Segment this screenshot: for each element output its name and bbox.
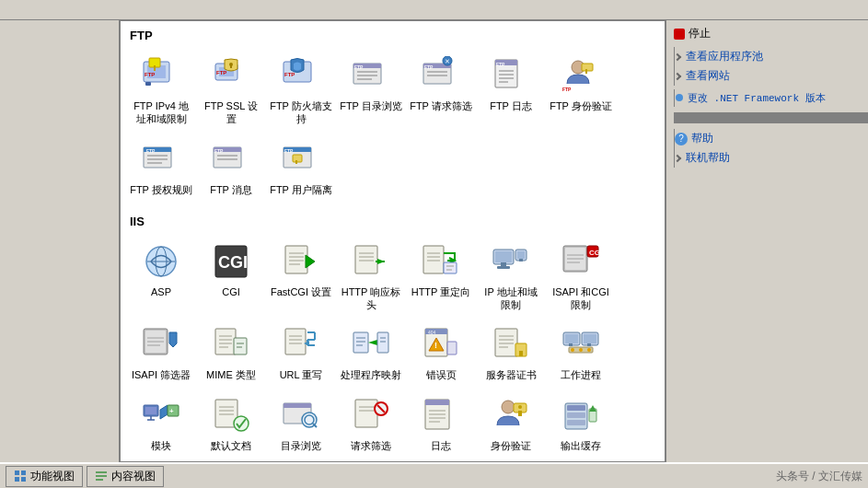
ftp-reqfilter-item[interactable]: ✕ FTP FTP 请求筛选 (408, 50, 474, 130)
http-redirect-icon-box (419, 239, 463, 284)
svg-rect-132 (569, 343, 573, 346)
arrow-icon-2 (674, 72, 681, 79)
isapi-cgi-label: ISAPI 和CGI 限制 (550, 285, 612, 312)
help-action[interactable]: ? 帮助 (674, 129, 868, 148)
isapi-filter-item[interactable]: ISAPI 筛选器 (128, 319, 194, 385)
worker-label: 工作进程 (561, 368, 601, 381)
log-iis-item[interactable]: 日志 (408, 389, 474, 456)
func-view-icon (14, 470, 27, 482)
auth-icon-box (489, 393, 533, 437)
svg-point-168 (518, 405, 522, 409)
svg-rect-150 (284, 403, 311, 408)
svg-rect-70 (423, 246, 444, 273)
content-view-tab[interactable]: 内容视图 (87, 466, 164, 487)
mime-icon-box (209, 322, 253, 366)
output-cache-item[interactable]: 输出缓存 (548, 389, 614, 456)
fastcgi-item[interactable]: FastCGI 设置 (268, 236, 334, 316)
asp-label: ASP (151, 285, 171, 298)
ftp-ipv4-item[interactable]: FTP FTP IPv4 地址和域限制 (128, 50, 194, 130)
ftp-ssl-icon: FTP (212, 56, 250, 95)
isapi-cgi-item[interactable]: CGI ISAPI 和CGI 限制 (548, 236, 614, 316)
svg-rect-58 (285, 246, 307, 273)
asp-icon-box (139, 239, 183, 284)
svg-rect-80 (497, 266, 510, 269)
worker-item[interactable]: 工作进程 (548, 319, 614, 385)
cert-item[interactable]: 服务器证书 (478, 319, 544, 385)
req-filter-icon (352, 396, 390, 435)
http-headers-icon (352, 242, 390, 281)
svg-rect-172 (567, 420, 585, 425)
svg-rect-135 (587, 343, 591, 346)
top-bar (0, 0, 868, 20)
asp-item[interactable]: ASP (128, 236, 194, 316)
ftp-iso-item[interactable]: FTP FTP 用户隔离 (268, 134, 334, 200)
cgi-item[interactable]: CGI CGI (198, 236, 264, 316)
url-rewrite-icon (282, 325, 320, 364)
isapi-filter-icon-box (139, 322, 183, 366)
url-rewrite-item[interactable]: URL 重写 (268, 319, 334, 385)
module-icon: + (142, 396, 180, 435)
ftp-perm-icon: FTP (142, 140, 180, 179)
handler-item[interactable]: 处理程序映射 (338, 319, 404, 385)
error-icon: 404 ! (422, 325, 460, 364)
ftp-ssl-icon-box: FTP (209, 53, 253, 98)
ftp-ssl-item[interactable]: FTP FTP SSL 设置 (198, 50, 264, 130)
ftp-log-icon-box: FTP (489, 53, 533, 98)
svg-text:FTP: FTP (354, 64, 364, 70)
svg-rect-105 (285, 329, 306, 354)
svg-text:CGI: CGI (589, 249, 600, 257)
default-doc-label: 默认文档 (211, 439, 251, 452)
ftp-ipv4-label: FTP IPv4 地址和域限制 (130, 99, 192, 126)
worker-icon (561, 325, 600, 364)
main-container: FTP FTP FTP IPv4 地址和域限制 (0, 20, 868, 462)
error-item[interactable]: 404 ! 错误页 (408, 319, 474, 385)
auth-label: 身份验证 (491, 439, 531, 452)
svg-rect-184 (96, 479, 103, 481)
default-doc-icon-box (209, 393, 253, 437)
svg-rect-35 (585, 69, 587, 74)
ftp-log-item[interactable]: FTP FTP 日志 (478, 50, 544, 130)
handler-label: 处理程序映射 (341, 368, 401, 381)
svg-rect-114 (377, 332, 388, 353)
svg-point-177 (676, 94, 683, 101)
default-doc-item[interactable]: 默认文档 (198, 389, 264, 456)
url-rewrite-label: URL 重写 (280, 368, 323, 381)
ftp-reqfilter-icon-box: ✕ FTP (419, 53, 463, 98)
svg-rect-180 (15, 477, 19, 482)
ftp-msg-item[interactable]: FTP FTP 消息 (198, 134, 264, 200)
svg-text:CGI: CGI (218, 253, 248, 272)
isapi-cgi-icon-box: CGI (559, 239, 603, 284)
ftp-perm-item[interactable]: FTP FTP 授权规则 (128, 134, 194, 200)
mime-item[interactable]: MIME 类型 (198, 319, 264, 385)
right-divider (674, 112, 868, 123)
log-iis-icon (422, 396, 460, 435)
func-view-tab[interactable]: 功能视图 (6, 466, 83, 487)
dir-browse-item[interactable]: 目录浏览 (268, 389, 334, 456)
stop-action[interactable]: 停止 (674, 26, 861, 41)
ftp-dirbrowse-item[interactable]: FTP FTP 目录浏览 (338, 50, 404, 130)
content-view-icon (95, 470, 108, 482)
svg-marker-93 (169, 332, 177, 347)
ftp-msg-icon: FTP (212, 140, 250, 179)
ftp-auth-icon: FTP (561, 56, 600, 95)
ftp-iso-label: FTP 用户隔离 (270, 183, 332, 196)
isapi-filter-label: ISAPI 筛选器 (132, 368, 191, 381)
iis-section-header: IIS (121, 207, 665, 232)
app-pool-action[interactable]: 查看应用程序池 (674, 47, 868, 66)
net-framework-action[interactable]: 更改 .NET Framework 版本 (674, 89, 868, 107)
module-item[interactable]: + 模块 (128, 389, 194, 456)
contact-help-action[interactable]: 联机帮助 (674, 148, 868, 168)
http-headers-item[interactable]: HTTP 响应标头 (338, 236, 404, 316)
ftp-auth-item[interactable]: FTP FTP 身份验证 (548, 50, 614, 130)
ftp-firewall-item[interactable]: FTP FTP 防火墙支持 (268, 50, 334, 130)
cgi-icon: CGI (212, 242, 250, 281)
auth-item[interactable]: 身份验证 (478, 389, 544, 456)
view-site-action[interactable]: 查看网站 (674, 66, 868, 86)
help-label: 帮助 (691, 131, 713, 146)
center-panel: FTP FTP FTP IPv4 地址和域限制 (120, 20, 665, 462)
http-redirect-item[interactable]: HTTP 重定向 (408, 236, 474, 316)
req-filter-item[interactable]: 请求筛选 (338, 389, 404, 456)
svg-text:!: ! (434, 341, 437, 350)
ip-limit-item[interactable]: IP 地址和域限制 (478, 236, 544, 316)
ftp-ssl-label: FTP SSL 设置 (200, 99, 262, 126)
